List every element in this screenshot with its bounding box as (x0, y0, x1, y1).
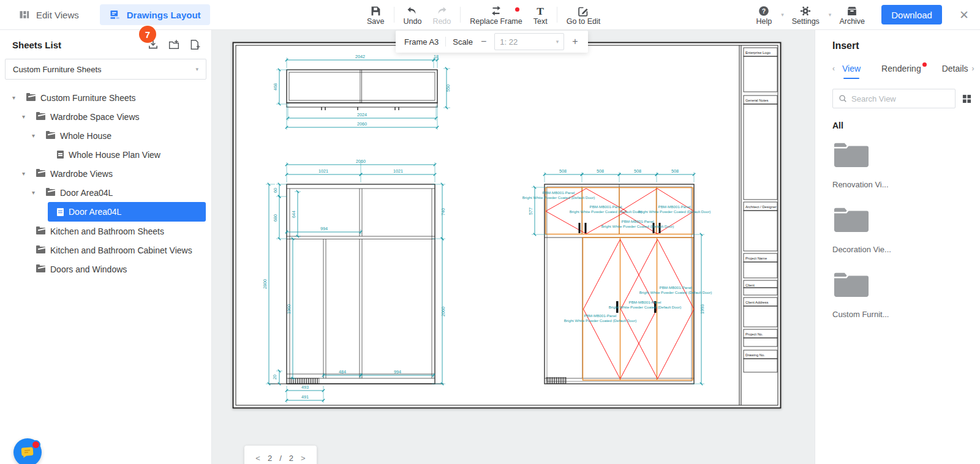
tree-item[interactable]: ▾Whole House (32, 126, 211, 145)
save-button[interactable]: Save (361, 4, 390, 26)
mode-tabs: Edit Views Drawings Layout (18, 0, 210, 29)
next-page-icon[interactable]: > (301, 454, 306, 463)
panel-label-line2: Bright White Powder Coated (Default Door… (639, 290, 712, 294)
settings-caret-icon[interactable]: ▾ (829, 12, 832, 18)
frame-scale-toolbar: Frame A3 Scale − 1: 22 ▾ + (396, 31, 588, 53)
sheet-pagination: < 2 / 2 > (244, 446, 317, 464)
add-sheet-button[interactable] (189, 39, 200, 50)
tabs-scroll-left-icon[interactable]: ‹ (832, 64, 835, 78)
dimension-label: 577 (528, 208, 533, 215)
tab-details[interactable]: Details (942, 64, 968, 79)
tree-item-label: Whole House Plan View (69, 150, 160, 160)
caret-down-icon[interactable]: ▾ (22, 114, 32, 120)
archive-button[interactable]: Archive (834, 4, 870, 26)
tree-item[interactable]: ▾Wardrobe Space Views (22, 107, 211, 126)
dimension-label: 18 (434, 54, 439, 59)
caret-down-icon[interactable]: ▾ (32, 133, 42, 139)
toolbar-divider (445, 37, 446, 47)
tab-edit-views[interactable]: Edit Views (18, 9, 79, 21)
dimension-label: 508 (559, 168, 567, 174)
tab-drawings-layout[interactable]: Drawings Layout (100, 4, 210, 25)
help-chat-button[interactable] (13, 438, 42, 464)
tab-drawings-layout-label: Drawings Layout (127, 10, 201, 20)
folder-icon (46, 189, 55, 196)
insert-panel: Insert ‹ View Rendering Details › Search… (815, 29, 980, 464)
tree-item-label: Wardrobe Views (50, 169, 113, 179)
replace-frame-button[interactable]: Replace Frame (464, 4, 527, 26)
help-caret-icon[interactable]: ▾ (781, 12, 784, 18)
scale-value: 1: 22 (500, 37, 518, 47)
settings-button[interactable]: Settings (786, 4, 825, 26)
tab-view[interactable]: View (842, 64, 861, 79)
panel-label-line2: Bright White Powder Coated (Default Door… (601, 224, 674, 228)
dimension-label: 2060 (357, 121, 367, 127)
tree-item[interactable]: Kitchen and Bathroom Cabinet Views (22, 241, 211, 260)
svg-text:?: ? (762, 7, 766, 14)
dimension-label: 680 (273, 214, 278, 222)
tree-item[interactable]: Doors and Windows (22, 260, 211, 279)
chat-notification-dot (31, 440, 40, 449)
caret-down-icon[interactable]: ▾ (32, 190, 42, 196)
titleblock-drawing-no: Drawing No. (745, 353, 765, 357)
dimension-label: 1021 (318, 168, 328, 174)
close-icon[interactable]: ✕ (956, 8, 973, 22)
tabs-scroll-right-icon[interactable]: › (972, 64, 974, 78)
search-input[interactable]: Search View (832, 89, 956, 108)
tree-item-label: Doors and Windows (50, 264, 127, 274)
sheets-group-dropdown[interactable]: Custom Furniture Sheets ▾ (5, 59, 206, 80)
view-folder-item[interactable]: Custom Furnit... (832, 271, 904, 319)
titleblock-project-name: Project Name (745, 256, 767, 260)
tree-item[interactable]: Whole House Plan View (48, 145, 211, 164)
caret-down-icon[interactable]: ▾ (12, 95, 22, 101)
dimension-label: 2024 (357, 112, 367, 118)
dimension-label: 484 (339, 369, 346, 375)
download-button[interactable]: Download (881, 5, 942, 24)
scale-value-select[interactable]: 1: 22 ▾ (494, 33, 564, 50)
help-icon: ? (757, 4, 771, 18)
drawing-canvas[interactable]: Enterprise Logo General Notes Architect … (212, 29, 815, 464)
dimension-lines (266, 58, 704, 403)
titleblock-client: Client (745, 283, 755, 287)
notification-badge: 7 (139, 26, 156, 43)
scale-decrease-button[interactable]: − (480, 37, 488, 47)
drawing-sheet[interactable]: Enterprise Logo General Notes Architect … (232, 42, 782, 409)
tree-item-selected[interactable]: Door Area04L (48, 202, 206, 222)
search-placeholder: Search View (851, 94, 896, 103)
redo-button[interactable]: Redo (427, 4, 456, 26)
folder-icon (36, 113, 45, 120)
view-folder-item[interactable]: Decoration Vie... (832, 206, 904, 254)
go-to-edit-button[interactable]: Go to Edit (561, 4, 606, 26)
folder-plus-icon (168, 39, 179, 50)
dimension-label: 2060 (440, 307, 446, 316)
toolbar-center: Save Undo Redo Replace Frame T (361, 0, 606, 29)
tree-item[interactable]: Kitchen and Bathroom Sheets (22, 222, 211, 241)
redo-icon (435, 4, 448, 18)
undo-icon (405, 4, 419, 18)
replace-frame-icon (489, 4, 503, 18)
tree-item[interactable]: ▾Custom Furniture Sheets (12, 88, 211, 107)
panel-label-line1: PBM-MB001-Panel (629, 300, 662, 304)
add-folder-button[interactable] (168, 39, 179, 50)
archive-icon (845, 4, 859, 18)
panel-label-line2: Bright White Powder Coated (Default Door… (638, 209, 711, 214)
rendering-notification-dot (922, 62, 927, 67)
sheets-sidebar: Sheets List Custom Furniture Sheets ▾ ▾C… (0, 29, 212, 464)
titleblock-architect-designer: Architect / Designer (745, 205, 777, 209)
scale-increase-button[interactable]: + (571, 37, 579, 47)
tree-item[interactable]: ▾Door Area04L (32, 183, 211, 202)
undo-button[interactable]: Undo (398, 4, 428, 26)
help-button[interactable]: ? Help (750, 4, 777, 26)
folder-icon (46, 132, 55, 139)
view-folder-item[interactable]: Renovation Vi... (832, 141, 904, 189)
previous-page-icon[interactable]: < (255, 454, 260, 463)
tree-item-label: Kitchen and Bathroom Sheets (50, 226, 164, 236)
tab-rendering[interactable]: Rendering (881, 64, 921, 79)
grid-view-icon[interactable] (962, 94, 971, 103)
folder-label: Decoration Vie... (832, 245, 904, 254)
frame-size-label[interactable]: Frame A3 (404, 37, 439, 47)
sheets-list-header: Sheets List (0, 29, 211, 55)
chevron-down-icon: ▾ (195, 66, 198, 72)
caret-down-icon[interactable]: ▾ (22, 171, 32, 177)
tree-item[interactable]: ▾Wardrobe Views (22, 164, 211, 183)
text-button[interactable]: T Text (528, 4, 553, 26)
